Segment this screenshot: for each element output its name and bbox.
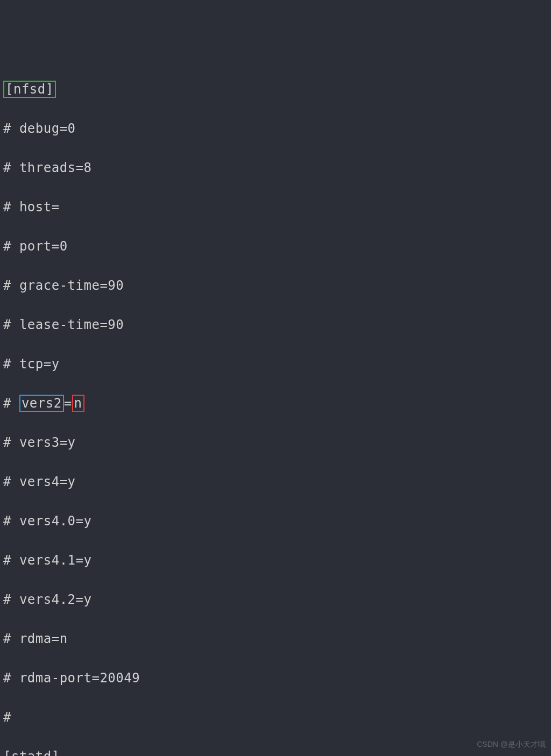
config-line: # <box>3 708 548 728</box>
watermark: CSDN @是小天才哦 <box>477 734 546 754</box>
vers2-key-box: vers2 <box>19 395 64 412</box>
config-line: # vers4.0=y <box>3 511 548 531</box>
config-line: # rdma-port=20049 <box>3 668 548 688</box>
config-line: # grace-time=90 <box>3 276 548 296</box>
config-line: # port=0 <box>3 237 548 256</box>
config-line: # debug=0 <box>3 119 548 139</box>
config-line: # vers4=y <box>3 472 548 492</box>
config-line-vers2: # vers2=n <box>3 394 548 413</box>
config-line: # vers3=y <box>3 433 548 453</box>
vers2-value-box: n <box>72 395 84 412</box>
section-header-statd: [statd] <box>3 747 548 756</box>
config-line: # tcp=y <box>3 354 548 374</box>
comment-prefix: # <box>3 396 19 411</box>
config-line: # lease-time=90 <box>3 315 548 335</box>
nfsd-section-box: [nfsd] <box>3 81 56 98</box>
equals-sign: = <box>64 396 72 411</box>
config-line: # host= <box>3 197 548 217</box>
section-header-nfsd: [nfsd] <box>3 80 548 99</box>
config-line: # rdma=n <box>3 629 548 649</box>
config-line: # vers4.2=y <box>3 590 548 610</box>
config-line: # vers4.1=y <box>3 551 548 570</box>
config-line: # threads=8 <box>3 158 548 178</box>
